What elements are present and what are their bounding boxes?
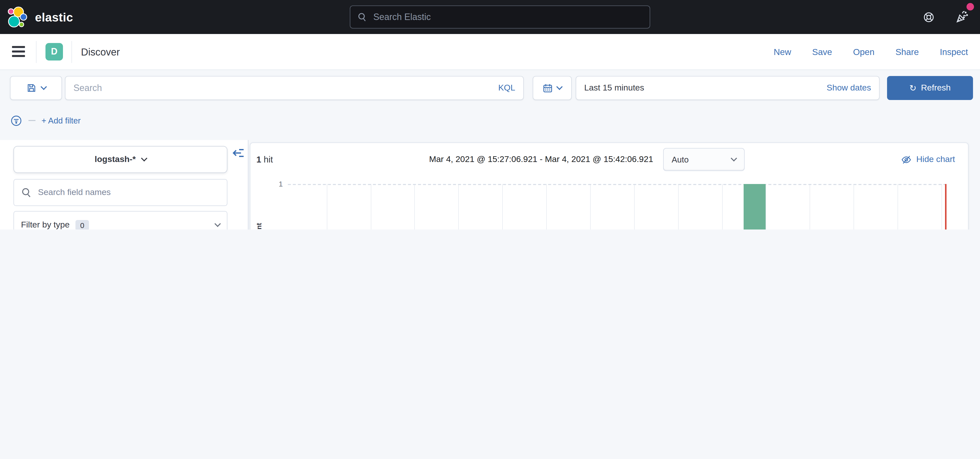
index-pattern-name: logstash-*	[95, 155, 136, 164]
nav-inspect-button[interactable]: Inspect	[940, 47, 968, 57]
time-range-display: Mar 4, 2021 @ 15:27:06.921 - Mar 4, 2021…	[429, 155, 653, 164]
nav-share-button[interactable]: Share	[896, 47, 919, 57]
top-nav-menu: New Save Open Share Inspect	[773, 34, 968, 70]
gridline	[371, 184, 371, 230]
gridline	[546, 184, 547, 230]
divider	[29, 120, 35, 121]
refresh-icon: ↻	[909, 83, 916, 93]
page-title: Discover	[81, 46, 120, 58]
save-icon	[26, 83, 36, 93]
filter-icon[interactable]	[10, 114, 22, 127]
gridline	[942, 184, 942, 230]
gridline	[897, 184, 898, 230]
gridline	[502, 184, 503, 230]
histogram-chart[interactable]: 1 0 Count	[288, 184, 947, 230]
nav-save-button[interactable]: Save	[812, 47, 832, 57]
date-picker-menu-button[interactable]	[533, 76, 572, 100]
saved-query-menu-button[interactable]	[10, 76, 62, 100]
field-search-input[interactable]	[38, 188, 220, 198]
gridline	[678, 184, 678, 230]
histogram-bar[interactable]	[744, 184, 766, 230]
index-pattern-selector[interactable]: logstash-*	[13, 146, 228, 173]
y-axis-label: Count	[249, 184, 269, 230]
help-icon[interactable]	[923, 11, 935, 24]
search-icon	[357, 12, 368, 22]
time-range-value[interactable]: Last 15 minutes	[584, 83, 827, 93]
divider	[72, 41, 72, 63]
chevron-down-icon	[215, 220, 221, 227]
chevron-down-icon	[731, 155, 737, 161]
gridline	[634, 184, 635, 230]
hide-chart-button[interactable]: Hide chart	[901, 154, 955, 165]
chevron-down-icon	[40, 83, 46, 90]
chevron-down-icon	[556, 83, 562, 90]
nav-open-button[interactable]: Open	[853, 47, 875, 57]
divider	[36, 41, 37, 63]
eye-closed-icon	[901, 154, 911, 165]
current-time-marker	[945, 184, 947, 230]
gridline	[810, 184, 810, 230]
kibana-discover-page: elastic	[0, 0, 980, 230]
gridline	[766, 184, 766, 230]
logo-wordmark: elastic	[35, 11, 73, 24]
filter-bar: + Add filter	[10, 113, 81, 128]
max-gridline	[288, 184, 947, 185]
query-input-wrapper[interactable]: KQL	[65, 76, 524, 100]
chevron-down-icon	[141, 155, 147, 161]
y-axis-tick: 1	[271, 180, 283, 188]
notification-dot	[967, 3, 974, 11]
discover-app-badge[interactable]: D	[46, 43, 63, 61]
gridline	[722, 184, 722, 230]
search-icon	[21, 187, 32, 198]
interval-select[interactable]: Auto	[663, 148, 745, 171]
global-search-input[interactable]	[373, 12, 643, 22]
menu-icon[interactable]	[12, 46, 25, 57]
global-search-bar[interactable]	[350, 5, 650, 29]
time-range-control[interactable]: Last 15 minutes Show dates	[576, 76, 880, 100]
gridline	[590, 184, 591, 230]
elastic-logo-icon	[7, 6, 30, 29]
collapse-sidebar-icon[interactable]	[232, 147, 244, 159]
histogram-header: 1 hit Mar 4, 2021 @ 15:27:06.921 - Mar 4…	[250, 143, 968, 176]
type-filter-count-badge: 0	[76, 220, 89, 230]
refresh-button[interactable]: ↻ Refresh	[887, 76, 973, 100]
nav-new-button[interactable]: New	[773, 47, 791, 57]
newsfeed-icon[interactable]	[956, 10, 969, 24]
query-language-button[interactable]: KQL	[498, 83, 515, 93]
hits-count: 1 hit	[256, 154, 273, 165]
show-dates-button[interactable]: Show dates	[827, 83, 871, 93]
fields-sidebar: logstash-* Filter by type 0 Available fi…	[0, 140, 248, 230]
gridline	[458, 184, 459, 230]
filter-by-type-dropdown[interactable]: Filter by type 0	[13, 211, 228, 230]
query-input[interactable]	[73, 83, 498, 93]
calendar-icon	[543, 83, 553, 93]
field-search-box[interactable]	[13, 179, 228, 206]
app-navbar: D Discover New Save Open Share Inspect	[0, 34, 980, 70]
add-filter-button[interactable]: + Add filter	[41, 116, 81, 125]
results-panel: 1 hit Mar 4, 2021 @ 15:27:06.921 - Mar 4…	[250, 142, 969, 230]
gridline	[415, 184, 415, 230]
gridline	[326, 184, 327, 230]
global-header: elastic	[0, 0, 980, 34]
gridline	[854, 184, 854, 230]
elastic-logo[interactable]: elastic	[7, 6, 73, 29]
